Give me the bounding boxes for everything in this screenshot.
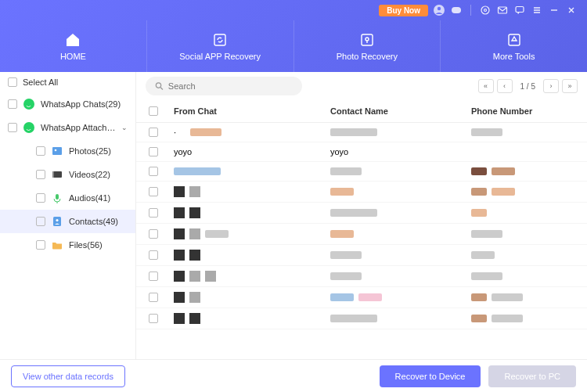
redacted xyxy=(189,228,200,239)
page-indicator: 1 / 5 xyxy=(520,82,535,91)
redacted xyxy=(471,272,502,280)
tab-more-tools[interactable]: More Tools xyxy=(441,20,587,72)
table-row[interactable] xyxy=(136,182,587,203)
whatsapp-icon xyxy=(23,98,35,110)
audios-icon xyxy=(51,192,63,204)
sidebar-item-label: Photos(25) xyxy=(69,146,111,156)
checkbox[interactable] xyxy=(8,99,17,109)
redacted xyxy=(492,167,515,175)
settings-icon[interactable] xyxy=(479,4,492,16)
sidebar-item-photos[interactable]: Photos(25) xyxy=(0,139,135,163)
tab-photo-recovery[interactable]: Photo Recovery xyxy=(294,20,441,72)
table-row[interactable] xyxy=(136,287,587,308)
mail-icon[interactable] xyxy=(496,4,509,16)
table-row[interactable]: yoyo yoyo xyxy=(136,142,587,162)
select-all-checkbox[interactable] xyxy=(149,106,158,116)
page-prev-button[interactable]: ‹ xyxy=(497,79,513,93)
header-from-chat: From Chat xyxy=(174,106,330,116)
redacted xyxy=(174,167,221,175)
select-all-row[interactable]: Select All xyxy=(0,72,135,92)
redacted xyxy=(330,128,377,136)
discord-icon[interactable] xyxy=(450,4,463,16)
redacted xyxy=(330,251,362,259)
checkbox[interactable] xyxy=(8,77,17,87)
titlebar: Buy Now xyxy=(0,0,587,20)
table-row[interactable] xyxy=(136,266,587,287)
sidebar-item-label: WhatsApp Chats(29) xyxy=(41,99,121,109)
recover-to-device-button[interactable]: Recover to Device xyxy=(380,365,481,387)
svg-rect-17 xyxy=(56,194,59,200)
table-row[interactable] xyxy=(136,203,587,224)
recover-to-pc-button[interactable]: Recover to PC xyxy=(488,365,576,387)
redacted xyxy=(330,230,354,238)
checkbox[interactable] xyxy=(149,293,158,302)
checkbox[interactable] xyxy=(149,229,158,239)
checkbox[interactable] xyxy=(149,272,158,281)
checkbox[interactable] xyxy=(36,193,45,203)
table-row[interactable]: · xyxy=(136,123,587,142)
checkbox[interactable] xyxy=(149,147,158,156)
checkbox[interactable] xyxy=(8,123,17,132)
redacted xyxy=(189,186,200,197)
nav-tabs: HOME Social APP Recovery Photo Recovery … xyxy=(0,20,587,72)
minimize-icon[interactable] xyxy=(548,4,560,16)
table-row[interactable] xyxy=(136,245,587,266)
checkbox[interactable] xyxy=(149,250,158,260)
checkbox[interactable] xyxy=(149,187,158,196)
svg-rect-13 xyxy=(52,147,62,155)
redacted xyxy=(492,188,515,196)
view-other-records-button[interactable]: View other data records xyxy=(11,365,125,387)
redacted xyxy=(330,315,377,322)
sidebar-item-whatsapp-attachments[interactable]: WhatsApp Attachme... ⌄ xyxy=(0,116,135,139)
sidebar-item-contacts[interactable]: Contacts(49) xyxy=(0,210,135,233)
checkbox[interactable] xyxy=(149,208,158,218)
separator xyxy=(470,5,471,16)
sidebar-item-label: Audios(41) xyxy=(69,193,110,203)
search-icon xyxy=(155,81,164,91)
table-row[interactable] xyxy=(136,162,587,182)
redacted xyxy=(174,250,185,261)
main-content: Select All WhatsApp Chats(29) WhatsApp A… xyxy=(0,72,587,359)
close-icon[interactable] xyxy=(565,4,578,16)
svg-point-9 xyxy=(366,38,369,41)
checkbox[interactable] xyxy=(36,146,45,156)
cell-from: yoyo xyxy=(174,147,192,156)
redacted xyxy=(330,188,354,196)
redacted xyxy=(330,272,362,280)
svg-rect-16 xyxy=(52,171,54,178)
sidebar-item-audios[interactable]: Audios(41) xyxy=(0,186,135,210)
svg-point-14 xyxy=(55,149,57,152)
checkbox[interactable] xyxy=(36,217,45,226)
table-row[interactable] xyxy=(136,224,587,245)
checkbox[interactable] xyxy=(149,128,158,137)
sidebar-item-videos[interactable]: Videos(22) xyxy=(0,163,135,186)
table-row[interactable] xyxy=(136,308,587,329)
page-next-button[interactable]: › xyxy=(543,79,559,93)
checkbox[interactable] xyxy=(36,170,45,179)
redacted xyxy=(205,230,229,238)
search-box[interactable] xyxy=(146,77,302,95)
feedback-icon[interactable] xyxy=(513,4,526,16)
checkbox[interactable] xyxy=(149,167,158,176)
header: Buy Now HOME Social APP Recovery Photo R… xyxy=(0,0,587,72)
cell-contact: yoyo xyxy=(330,147,348,156)
toolbar: « ‹ 1 / 5 › » xyxy=(136,72,587,100)
search-input[interactable] xyxy=(168,81,293,91)
svg-point-1 xyxy=(438,7,441,10)
tab-social-recovery[interactable]: Social APP Recovery xyxy=(147,20,294,72)
page-first-button[interactable]: « xyxy=(478,79,494,93)
redacted xyxy=(471,128,502,136)
svg-point-12 xyxy=(23,122,34,133)
redacted xyxy=(330,293,354,301)
tools-icon xyxy=(506,31,523,49)
avatar-icon[interactable] xyxy=(433,4,445,16)
sidebar-item-files[interactable]: Files(56) xyxy=(0,233,135,257)
page-last-button[interactable]: » xyxy=(562,79,578,93)
menu-icon[interactable] xyxy=(531,4,543,16)
sidebar-item-whatsapp-chats[interactable]: WhatsApp Chats(29) xyxy=(0,92,135,116)
photo-icon xyxy=(358,31,376,49)
tab-home[interactable]: HOME xyxy=(0,20,147,72)
checkbox[interactable] xyxy=(36,240,45,250)
checkbox[interactable] xyxy=(149,314,158,323)
buy-now-button[interactable]: Buy Now xyxy=(379,5,428,16)
